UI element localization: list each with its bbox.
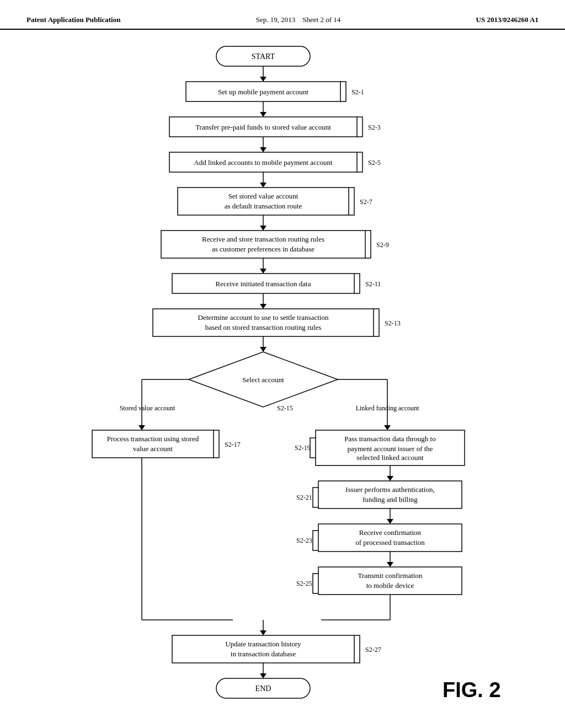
svg-marker-17 [260, 269, 266, 274]
s25-label2: to mobile device [366, 581, 414, 590]
header-sheet: Sheet 2 of 14 [302, 15, 340, 24]
s3-label: Transfer pre-paid funds to stored value … [195, 123, 331, 131]
s25-step: S2-25 [296, 580, 312, 587]
s19-step: S2-19 [295, 444, 311, 452]
s5-step: S2-5 [368, 159, 381, 167]
s9-label2: as customer preferences in database [212, 245, 315, 253]
svg-marker-2 [260, 77, 266, 82]
s13-label1: Determine account to use to settle trans… [198, 313, 329, 322]
s21-label1: Issuer performs authentication, [345, 485, 434, 494]
svg-marker-47 [260, 630, 266, 635]
svg-marker-42 [387, 562, 393, 567]
svg-marker-23 [260, 347, 266, 352]
s3-step: S2-3 [368, 124, 381, 131]
header-left: Patent Application Publication [26, 15, 120, 24]
header-center: Sep. 19, 2013 Sheet 2 of 14 [256, 15, 340, 24]
s11-label: Receive initiated transaction data [216, 280, 311, 288]
s23-label1: Receive confirmation [359, 528, 422, 537]
s17-label2: value account [133, 445, 173, 453]
main-content: START Set up mobile payment account S2-1… [0, 30, 565, 714]
svg-marker-5 [260, 112, 266, 117]
branch-left: Stored value account [120, 404, 175, 412]
s13-label2: based on stored transaction routing rule… [205, 323, 321, 331]
fig-label: FIG. 2 [443, 678, 501, 702]
s15-label: Select account [242, 376, 284, 384]
svg-marker-14 [260, 226, 266, 231]
s19-label2: payment account issuer of the [347, 445, 433, 453]
svg-marker-39 [387, 519, 393, 524]
s13-step: S2-13 [385, 319, 401, 327]
s27-label2: in transaction database [231, 650, 296, 658]
svg-marker-27 [138, 425, 145, 430]
svg-marker-8 [260, 147, 266, 152]
s1-step: S2-1 [351, 88, 364, 96]
s27-label1: Update transaction history [225, 640, 301, 648]
header-date: Sep. 19, 2013 [256, 15, 296, 24]
s25-label1: Transmit confirmation [358, 571, 423, 580]
svg-marker-33 [384, 425, 391, 430]
s7-label1: Set stored value account [228, 192, 299, 200]
s9-label1: Receive and store transaction routing ru… [202, 235, 324, 243]
s17-label1: Process transaction using stored [107, 435, 199, 443]
svg-marker-20 [260, 304, 266, 309]
s19-label3: selected linked account [356, 453, 424, 462]
s21-step: S2-21 [296, 494, 312, 501]
s19-label1: Pass transaction data through to [344, 435, 435, 443]
page-header: Patent Application Publication Sep. 19, … [0, 0, 565, 30]
s7-step: S2-7 [360, 198, 372, 206]
end-label: END [255, 684, 271, 693]
s9-step: S2-9 [376, 241, 389, 249]
svg-marker-11 [260, 183, 266, 188]
start-label: START [252, 52, 275, 61]
flowchart-svg: START Set up mobile payment account S2-1… [45, 41, 520, 703]
s7-label2: as default transaction route [225, 202, 302, 210]
s27-step: S2-27 [365, 646, 381, 654]
svg-marker-36 [387, 476, 393, 481]
s21-label2: funding and billing [363, 495, 418, 504]
s17-step: S2-17 [225, 441, 241, 448]
s5-label: Add linked accounts to mobile payment ac… [194, 158, 333, 167]
s15-step: S2-15 [277, 404, 293, 412]
s1-label: Set up mobile payment account [218, 88, 308, 96]
s11-step: S2-11 [365, 280, 381, 288]
header-right: US 2013/0246260 A1 [476, 15, 539, 24]
s23-step: S2-23 [296, 537, 312, 544]
s23-label2: of processed transaction [355, 538, 425, 547]
svg-marker-50 [260, 673, 266, 678]
